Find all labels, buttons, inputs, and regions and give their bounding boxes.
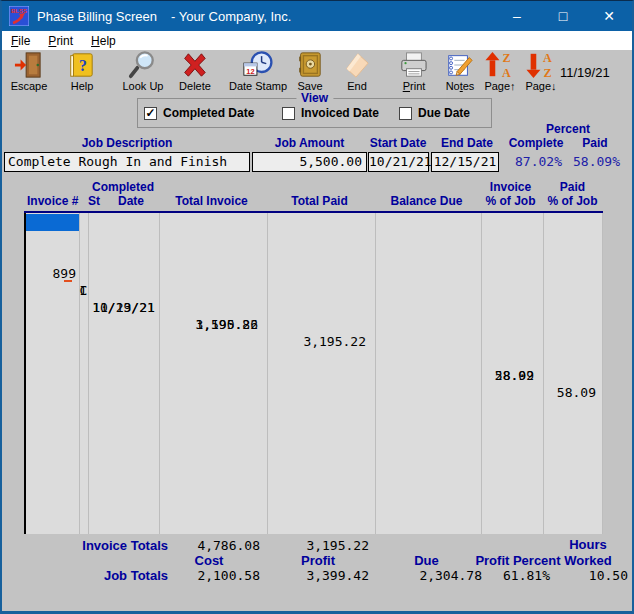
svg-text:?: ? — [79, 57, 87, 74]
menu-file[interactable]: File — [2, 34, 39, 48]
col-total-invoice-label: Total Invoice — [158, 194, 265, 208]
grid-colline — [375, 213, 376, 534]
delete-x-icon — [180, 51, 210, 79]
invoice-grid[interactable]: 897 C 10/23/21 3,195.22 3,195.22 58.09 5… — [24, 213, 603, 534]
save-button[interactable]: Save — [290, 51, 330, 95]
end-button[interactable]: End — [336, 51, 378, 95]
job-totals-due: 2,304.78 — [385, 568, 482, 583]
grid-colline — [88, 213, 89, 534]
grid-colline — [602, 213, 603, 534]
window-title: Phase Billing Screen- Your Company, Inc. — [37, 9, 291, 24]
datestamp-clock-icon: 12 — [242, 51, 274, 79]
col-paid-pct-label: Paid — [542, 180, 603, 194]
cell-st[interactable]: I — [79, 282, 88, 299]
svg-text:Z: Z — [543, 66, 551, 79]
job-totals-profit: 3,399.42 — [267, 568, 369, 583]
checkbox-icon[interactable] — [399, 107, 412, 120]
help-book-icon: ? — [67, 51, 97, 79]
end-card-icon — [342, 51, 372, 79]
grid-colline — [79, 213, 80, 534]
toolbar: Escape ? Help Look Up Delete — [2, 50, 632, 96]
close-button[interactable]: ✕ — [586, 1, 632, 31]
col-total-paid-label: Total Paid — [266, 194, 373, 208]
escape-button[interactable]: Escape — [4, 51, 54, 95]
minimize-button[interactable]: – — [494, 1, 540, 31]
completed-date-checkbox[interactable]: ✓ Completed Date — [144, 106, 254, 120]
start-date-label: Start Date — [362, 136, 434, 150]
due-label: Due — [379, 553, 474, 568]
delete-button[interactable]: Delete — [172, 51, 218, 95]
grid-colline — [543, 213, 544, 534]
cell-invoice[interactable]: 899 — [26, 265, 76, 282]
cell-total-invoice[interactable]: 1,590.86 — [159, 316, 258, 333]
svg-text:A: A — [502, 66, 511, 79]
selection-highlight — [26, 214, 79, 231]
checkbox-label: Completed Date — [163, 106, 254, 120]
pageup-button[interactable]: Z A Page↑ — [480, 51, 520, 95]
col-date-label: Date — [104, 194, 158, 208]
pagedown-az-icon: A Z — [526, 51, 556, 79]
svg-text:A: A — [543, 51, 552, 65]
due-date-checkbox[interactable]: Due Date — [399, 106, 470, 120]
help-button[interactable]: ? Help — [60, 51, 104, 95]
cell-balance[interactable] — [375, 350, 475, 367]
checkbox-icon[interactable]: ✓ — [144, 107, 157, 120]
checkbox-label: Invoiced Date — [301, 106, 379, 120]
job-totals-label: Job Totals — [60, 568, 168, 583]
escape-door-icon — [14, 51, 44, 79]
table-row[interactable]: 897 C 10/23/21 3,195.22 3,195.22 58.09 5… — [26, 214, 603, 231]
end-date-label: End Date — [434, 136, 500, 150]
invoiced-date-checkbox[interactable]: Invoiced Date — [282, 106, 379, 120]
cell-invoice-pct[interactable]: 28.92 — [481, 367, 534, 384]
start-date-field[interactable]: 10/21/21 — [368, 152, 429, 172]
job-description-label: Job Description — [4, 136, 250, 150]
worked-label: Worked — [558, 553, 618, 568]
profit-label: Profit — [267, 553, 369, 568]
save-safe-icon — [295, 51, 325, 79]
profit-percent-label: Profit Percent — [468, 553, 568, 568]
grid-colline — [267, 213, 268, 534]
invoice-totals-invoice: 4,786.08 — [158, 538, 260, 553]
col-st-label: St — [88, 194, 100, 208]
app-window: BLSS Phase Billing Screen- Your Company,… — [0, 0, 634, 614]
job-amount-label: Job Amount — [252, 136, 367, 150]
title-bar: BLSS Phase Billing Screen- Your Company,… — [2, 1, 632, 31]
printer-icon — [399, 51, 429, 79]
menu-print[interactable]: Print — [39, 34, 82, 48]
lookup-button[interactable]: Look Up — [116, 51, 170, 95]
magnifier-icon — [128, 51, 158, 79]
app-logo-icon: BLSS — [9, 6, 29, 26]
cell-paid-pct[interactable] — [543, 384, 596, 401]
menu-help[interactable]: Help — [82, 34, 125, 48]
col-invoice-pct-sub: % of Job — [480, 194, 541, 208]
notes-button[interactable]: Notes — [438, 51, 482, 95]
datestamp-button[interactable]: 12 Date Stamp — [224, 51, 292, 95]
cell-date[interactable]: 11/19/21 — [88, 299, 159, 316]
job-totals-cost: 2,100.58 — [158, 568, 260, 583]
notes-notepad-icon — [445, 51, 475, 79]
job-amount-field[interactable]: 5,500.00 — [252, 152, 367, 172]
checkbox-icon[interactable] — [282, 107, 295, 120]
col-balance-due-label: Balance Due — [374, 194, 479, 208]
col-completed-label: Completed — [88, 180, 158, 194]
invoice-totals-paid: 3,195.22 — [267, 538, 369, 553]
print-button[interactable]: Print — [392, 51, 436, 95]
svg-text:Z: Z — [502, 51, 510, 65]
maximize-button[interactable]: □ — [540, 1, 586, 31]
percent-paid-label: Paid — [570, 136, 620, 150]
invoice-totals-label: Invoice Totals — [60, 538, 168, 553]
percent-complete-label: Complete — [500, 136, 572, 150]
checkbox-label: Due Date — [418, 106, 470, 120]
grid-colline — [159, 213, 160, 534]
col-paid-pct-sub: % of Job — [542, 194, 603, 208]
job-description-field[interactable]: Complete Rough In and Finish — [4, 152, 250, 172]
table-row[interactable]: 899 I 11/19/21 1,590.86 28.92 — [26, 231, 603, 248]
job-totals-profit-percent: 61.81% — [482, 568, 550, 583]
percent-label: Percent — [530, 122, 606, 136]
view-groupbox: View ✓ Completed Date Invoiced Date Due … — [137, 98, 492, 128]
pageup-za-icon: Z A — [485, 51, 515, 79]
col-invoice-label: Invoice # — [27, 194, 78, 208]
cell-total-paid[interactable] — [267, 333, 366, 350]
pagedown-button[interactable]: A Z Page↓ — [520, 51, 562, 95]
job-totals-hours-worked: 10.50 — [560, 568, 628, 583]
